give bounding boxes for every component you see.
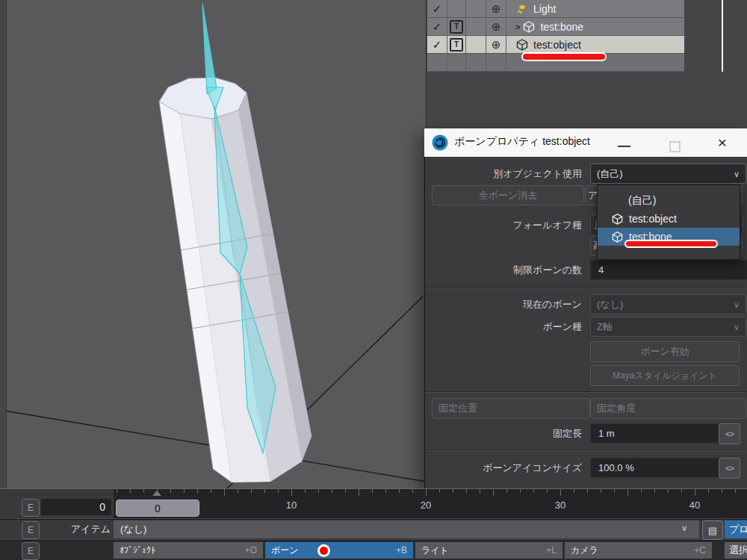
name-cell[interactable]: Light bbox=[506, 0, 684, 17]
tab-light[interactable]: ライト+L bbox=[415, 542, 562, 559]
timeline-ruler[interactable]: 0102030400 bbox=[114, 489, 747, 518]
falloff-type-label: フォールオフ種 bbox=[427, 219, 582, 232]
maximize-icon[interactable] bbox=[669, 141, 681, 152]
animation-tabs: ｵﾌﾞｼﾞｪｸﾄ+Oボーン+Bライト+Lカメラ+C bbox=[114, 542, 747, 559]
ruler-tick bbox=[601, 489, 601, 493]
cylinder-object[interactable] bbox=[159, 78, 311, 482]
expander-icon[interactable]: > bbox=[515, 22, 520, 31]
maya-style-joint-button[interactable]: Mayaスタイルジョイント bbox=[590, 365, 740, 386]
visibility-cell[interactable]: ✓ bbox=[427, 36, 447, 53]
edit-button-item[interactable]: E bbox=[22, 521, 40, 539]
tab-shortcut: +B bbox=[396, 545, 407, 556]
target-cell[interactable]: ⊕ bbox=[486, 18, 506, 35]
ruler-tick bbox=[587, 489, 588, 493]
fixed-position-button[interactable]: 固定位置 bbox=[432, 398, 590, 419]
ruler-tick bbox=[197, 489, 198, 493]
object-dropdown-popup: (自己)test:objecttest:bone bbox=[597, 184, 740, 260]
bone-type-dropdown[interactable]: Z軸 ∨ bbox=[590, 317, 746, 337]
select-tab[interactable]: 選択 bbox=[725, 542, 747, 559]
ruler-tick bbox=[184, 489, 185, 493]
bone-limit-label: 制限ボーンの数 bbox=[427, 264, 582, 277]
dropdown-item-label: (自己) bbox=[628, 194, 656, 208]
timeline-scrubber[interactable]: 0 bbox=[116, 500, 199, 517]
use-other-object-label: 別オブジェクト使用 bbox=[427, 167, 582, 181]
cube-icon bbox=[611, 213, 624, 225]
fixed-angle-button[interactable]: 固定角度 bbox=[590, 398, 746, 419]
fixed-length-stepper[interactable]: <> bbox=[719, 423, 740, 444]
tab-object[interactable]: ｵﾌﾞｼﾞｪｸﾄ+O bbox=[114, 542, 263, 559]
text-cell[interactable] bbox=[447, 0, 466, 17]
property-tab[interactable]: プロ bbox=[725, 520, 747, 538]
fixed-length-input[interactable]: 1 m bbox=[590, 423, 723, 444]
ruler-tick bbox=[668, 489, 669, 493]
grid-cell bbox=[466, 54, 486, 71]
ruler-tick bbox=[439, 489, 440, 493]
object-name: Light bbox=[533, 3, 556, 15]
name-cell[interactable]: test:object bbox=[506, 36, 684, 53]
empty-cell[interactable] bbox=[466, 36, 486, 53]
current-bone-label: 現在のボーン bbox=[427, 298, 582, 311]
item-dropdown[interactable]: (なし) bbox=[114, 520, 699, 538]
ruler-tick bbox=[506, 489, 507, 493]
ruler-tick bbox=[345, 489, 346, 493]
bone-limit-input[interactable]: 4 bbox=[590, 260, 747, 280]
object-row[interactable]: ✓T⊕test:object bbox=[427, 36, 684, 54]
ruler-tick bbox=[627, 489, 628, 496]
viewport-canvas bbox=[0, 0, 426, 489]
empty-cell[interactable] bbox=[466, 0, 486, 17]
use-other-object-dropdown[interactable]: (自己) ∨ bbox=[590, 164, 746, 184]
bone-icon-size-label: ボーンアイコンサイズ bbox=[427, 461, 582, 475]
close-icon[interactable]: × bbox=[712, 132, 733, 153]
object-row[interactable]: ✓⊕Light bbox=[427, 0, 684, 18]
ruler-tick bbox=[681, 489, 682, 493]
dropdown-item[interactable]: (自己) bbox=[598, 192, 740, 210]
bone-type-label: ボーン種 bbox=[427, 320, 582, 334]
current-bone-value: (なし) bbox=[597, 298, 623, 311]
bone-enable-button[interactable]: ボーン有効 bbox=[590, 341, 740, 362]
dropdown-item[interactable]: test:object bbox=[598, 210, 740, 228]
ruler-tick bbox=[224, 489, 225, 496]
ruler-tick bbox=[372, 489, 373, 493]
ruler-tick bbox=[278, 489, 279, 493]
item-list-button[interactable]: ▤ bbox=[702, 520, 723, 540]
ruler-tick bbox=[385, 489, 386, 493]
clear-all-bones-button[interactable]: 全ボーン消去 bbox=[432, 185, 584, 205]
annotation-dot-bone-tab bbox=[317, 544, 330, 557]
bone-icon-size-input[interactable]: 100.0 % bbox=[590, 458, 723, 478]
frame-number-input[interactable]: 0 bbox=[41, 499, 111, 515]
object-row[interactable]: ✓T⊕>test:bone bbox=[427, 18, 684, 36]
text-cell[interactable]: T bbox=[447, 18, 466, 35]
ruler-tick bbox=[695, 489, 695, 496]
ruler-tick bbox=[211, 489, 211, 493]
target-cell[interactable]: ⊕ bbox=[486, 0, 506, 17]
visibility-cell[interactable]: ✓ bbox=[427, 0, 447, 17]
bone-type-value: Z軸 bbox=[597, 320, 613, 334]
ruler-tick bbox=[251, 489, 252, 493]
visibility-cell[interactable]: ✓ bbox=[427, 18, 447, 35]
section-divider bbox=[425, 449, 746, 451]
grid-cell bbox=[447, 54, 466, 71]
name-cell[interactable]: >test:bone bbox=[506, 18, 684, 35]
viewport[interactable] bbox=[0, 0, 426, 489]
edit-button-tabs[interactable]: E bbox=[22, 542, 40, 560]
edit-button-frame[interactable]: E bbox=[22, 499, 40, 517]
bone-icon-size-stepper[interactable]: <> bbox=[719, 458, 740, 479]
ruler-number: 30 bbox=[545, 500, 575, 511]
viewport-left-edge bbox=[0, 0, 7, 489]
tab-label: ボーン bbox=[271, 544, 299, 557]
target-cell[interactable]: ⊕ bbox=[486, 36, 506, 53]
minimize-icon[interactable] bbox=[618, 146, 630, 147]
text-cell[interactable]: T bbox=[447, 36, 466, 53]
dialog-title: ボーンプロパティ test:object bbox=[454, 135, 590, 149]
ruler-tick bbox=[466, 489, 467, 493]
ruler-tick bbox=[359, 489, 359, 496]
current-bone-dropdown[interactable]: (なし) ∨ bbox=[590, 294, 746, 314]
ruler-tick bbox=[332, 489, 332, 493]
empty-cell[interactable] bbox=[466, 18, 486, 35]
ruler-tick bbox=[170, 489, 171, 493]
tab-camera[interactable]: カメラ+C bbox=[565, 542, 712, 559]
current-frame-caret bbox=[152, 491, 161, 496]
tab-bone[interactable]: ボーン+B bbox=[265, 542, 413, 559]
check-icon: ✓ bbox=[433, 20, 442, 34]
ruler-tick bbox=[264, 489, 265, 493]
